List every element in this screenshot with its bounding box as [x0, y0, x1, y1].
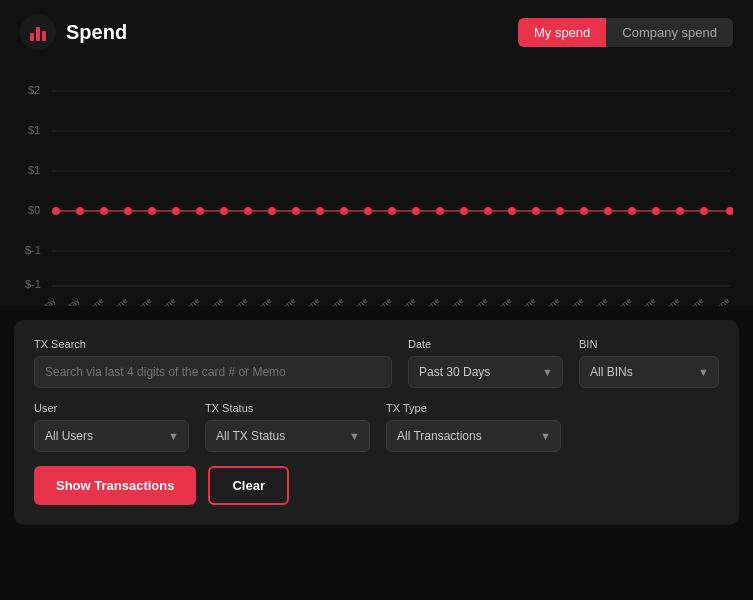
svg-point-14	[76, 207, 84, 215]
svg-text:6 June: 6 June	[200, 295, 225, 306]
tx-status-label: TX Status	[205, 402, 370, 414]
svg-point-38	[652, 207, 660, 215]
svg-text:24 June: 24 June	[605, 295, 634, 306]
svg-text:16 June: 16 June	[437, 295, 466, 306]
my-spend-button[interactable]: My spend	[518, 18, 606, 47]
svg-text:21 June: 21 June	[557, 295, 586, 306]
svg-point-40	[700, 207, 708, 215]
svg-text:13 June: 13 June	[365, 295, 394, 306]
svg-text:9 June: 9 June	[272, 295, 297, 306]
svg-text:$-1: $-1	[25, 244, 41, 256]
bar3	[42, 31, 46, 41]
svg-point-26	[364, 207, 372, 215]
svg-text:15 June: 15 June	[413, 295, 442, 306]
svg-text:$1: $1	[28, 124, 40, 136]
tx-type-select-wrapper: All Transactions ▼	[386, 420, 561, 452]
svg-point-20	[220, 207, 228, 215]
svg-point-15	[100, 207, 108, 215]
svg-text:2 June: 2 June	[104, 295, 129, 306]
svg-text:7 June: 7 June	[224, 295, 249, 306]
svg-text:$2: $2	[28, 84, 40, 96]
filters-panel: TX Search Date Past 30 Days ▼ BIN All BI…	[14, 320, 739, 525]
svg-text:30 May: 30 May	[31, 295, 58, 306]
svg-text:27 June: 27 June	[677, 295, 706, 306]
user-select-wrapper: All Users ▼	[34, 420, 189, 452]
svg-point-35	[580, 207, 588, 215]
svg-text:11 June: 11 June	[317, 295, 346, 306]
svg-point-27	[388, 207, 396, 215]
bin-select[interactable]: All BINs	[579, 356, 719, 388]
svg-point-41	[726, 207, 733, 215]
chart-container: $2 $1 $1 $0 $-1 $-1	[0, 64, 753, 306]
svg-text:8 June: 8 June	[248, 295, 273, 306]
svg-point-37	[628, 207, 636, 215]
bar2	[36, 27, 40, 41]
svg-text:3 June: 3 June	[128, 295, 153, 306]
svg-point-23	[292, 207, 300, 215]
svg-point-34	[556, 207, 564, 215]
tx-search-group: TX Search	[34, 338, 392, 388]
tx-type-group: TX Type All Transactions ▼	[386, 402, 561, 452]
logo-icon	[20, 14, 56, 50]
svg-text:28 June: 28 June	[703, 295, 732, 306]
svg-text:10 June: 10 June	[293, 295, 322, 306]
svg-text:$1: $1	[28, 164, 40, 176]
tx-search-label: TX Search	[34, 338, 392, 350]
date-group: Date Past 30 Days ▼	[408, 338, 563, 388]
svg-text:25 June: 25 June	[629, 295, 658, 306]
user-select[interactable]: All Users	[34, 420, 189, 452]
svg-point-24	[316, 207, 324, 215]
svg-text:1 June: 1 June	[80, 295, 105, 306]
svg-point-25	[340, 207, 348, 215]
svg-text:31 May: 31 May	[55, 295, 82, 306]
clear-button[interactable]: Clear	[208, 466, 289, 505]
svg-text:$0: $0	[28, 204, 40, 216]
svg-point-17	[148, 207, 156, 215]
svg-point-39	[676, 207, 684, 215]
svg-point-31	[484, 207, 492, 215]
tx-search-input[interactable]	[34, 356, 392, 388]
svg-point-13	[52, 207, 60, 215]
tx-type-select[interactable]: All Transactions	[386, 420, 561, 452]
show-transactions-button[interactable]: Show Transactions	[34, 466, 196, 505]
svg-point-29	[436, 207, 444, 215]
tx-status-select-wrapper: All TX Status ▼	[205, 420, 370, 452]
svg-point-18	[172, 207, 180, 215]
bin-select-wrapper: All BINs ▼	[579, 356, 719, 388]
svg-text:19 June: 19 June	[509, 295, 538, 306]
svg-text:17 June: 17 June	[461, 295, 490, 306]
svg-point-32	[508, 207, 516, 215]
svg-text:20 June: 20 June	[533, 295, 562, 306]
tx-type-label: TX Type	[386, 402, 561, 414]
svg-text:5 June: 5 June	[176, 295, 201, 306]
spend-toggle: My spend Company spend	[518, 18, 733, 47]
svg-point-21	[244, 207, 252, 215]
svg-text:$-1: $-1	[25, 278, 41, 290]
svg-text:12 June: 12 June	[341, 295, 370, 306]
svg-point-36	[604, 207, 612, 215]
date-select[interactable]: Past 30 Days	[408, 356, 563, 388]
bin-label: BIN	[579, 338, 719, 350]
user-group: User All Users ▼	[34, 402, 189, 452]
filter-actions: Show Transactions Clear	[34, 466, 719, 505]
svg-point-19	[196, 207, 204, 215]
svg-point-22	[268, 207, 276, 215]
svg-point-28	[412, 207, 420, 215]
tx-status-group: TX Status All TX Status ▼	[205, 402, 370, 452]
svg-text:4 June: 4 June	[152, 295, 177, 306]
svg-point-16	[124, 207, 132, 215]
filter-row-1: TX Search Date Past 30 Days ▼ BIN All BI…	[34, 338, 719, 388]
date-label: Date	[408, 338, 563, 350]
bin-group: BIN All BINs ▼	[579, 338, 719, 388]
app-header: Spend My spend Company spend	[0, 0, 753, 64]
header-left: Spend	[20, 14, 127, 50]
svg-point-33	[532, 207, 540, 215]
page-title: Spend	[66, 21, 127, 44]
user-label: User	[34, 402, 189, 414]
bar1	[30, 33, 34, 41]
tx-status-select[interactable]: All TX Status	[205, 420, 370, 452]
company-spend-button[interactable]: Company spend	[606, 18, 733, 47]
svg-text:14 June: 14 June	[389, 295, 418, 306]
svg-text:18 June: 18 June	[485, 295, 514, 306]
svg-text:26 June: 26 June	[653, 295, 682, 306]
